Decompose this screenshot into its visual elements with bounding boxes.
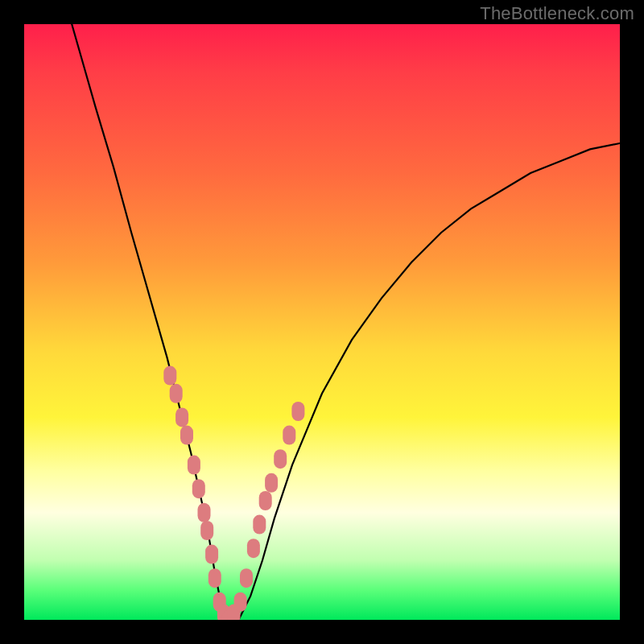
bottleneck-curve <box>72 24 620 620</box>
watermark-text: TheBottleneck.com <box>480 3 634 24</box>
marker-dot <box>188 456 200 475</box>
marker-dot <box>253 515 266 535</box>
marker-dot <box>247 539 260 558</box>
marker-dot <box>175 407 188 427</box>
marker-dot <box>274 449 287 469</box>
marker-dot <box>265 473 278 493</box>
marker-dot <box>192 479 205 498</box>
marker-dot <box>170 384 183 403</box>
marker-dot <box>205 545 218 564</box>
marker-dot <box>198 503 211 522</box>
marker-dot <box>200 521 213 540</box>
plot-area <box>24 24 620 620</box>
marker-dot <box>234 592 247 612</box>
marker-dot <box>180 426 193 445</box>
marker-dot <box>240 568 253 588</box>
marker-dot <box>208 568 221 588</box>
marker-dot <box>283 426 295 445</box>
chart-svg <box>24 24 620 620</box>
marker-dot <box>291 402 304 421</box>
marker-dot <box>259 491 272 510</box>
chart-frame: TheBottleneck.com <box>0 0 644 644</box>
marker-dot <box>163 366 176 386</box>
